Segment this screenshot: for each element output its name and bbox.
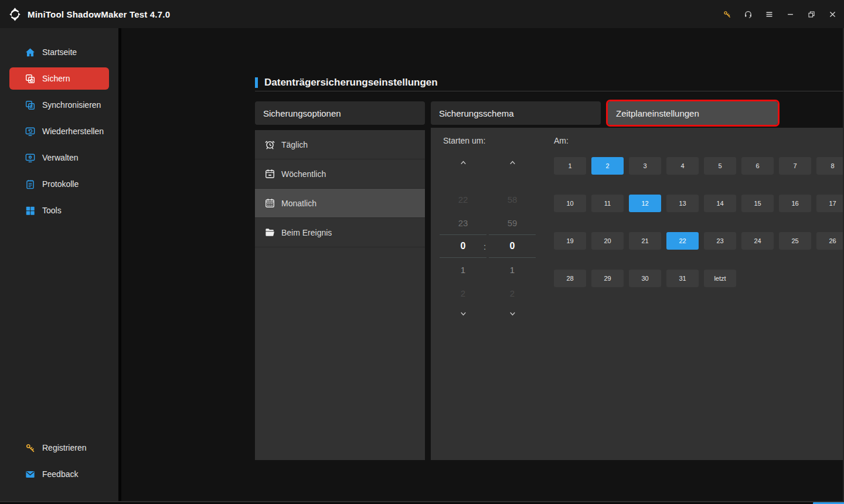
minimize-button[interactable] xyxy=(782,6,798,22)
day-button-26[interactable]: 26 xyxy=(816,232,844,250)
time-separator: : xyxy=(480,234,489,258)
sync-icon xyxy=(25,100,36,111)
app-window: MiniTool ShadowMaker Test 4.7.0 Startsei… xyxy=(0,0,844,504)
schedule-type-taglich[interactable]: Täglich xyxy=(255,130,425,159)
minute-up-button[interactable] xyxy=(508,158,517,168)
hour-value: 1 xyxy=(440,258,486,281)
hour-value: 23 xyxy=(440,211,486,234)
sidebar-item-label: Tools xyxy=(42,206,62,215)
day-button-4[interactable]: 4 xyxy=(666,157,699,175)
day-row: 123456789 xyxy=(554,157,844,175)
close-button[interactable] xyxy=(824,6,840,22)
hour-up-button[interactable] xyxy=(459,158,468,168)
sidebar-item-sichern[interactable]: Sichern xyxy=(9,67,109,90)
chevron-up-icon xyxy=(459,158,468,167)
day-button-31[interactable]: 31 xyxy=(666,270,699,287)
day-row: 101112131415161718 xyxy=(554,195,844,212)
maximize-button[interactable] xyxy=(803,6,819,22)
restore-icon xyxy=(25,126,36,137)
schedule-settings-panel: Starten um: Am: 2223012 5859012 : 123456… xyxy=(431,128,844,460)
day-button-14[interactable]: 14 xyxy=(704,195,736,212)
folder-icon xyxy=(264,227,275,238)
menu-button[interactable] xyxy=(761,6,777,22)
sidebar-item-startseite[interactable]: Startseite xyxy=(9,41,109,63)
sidebar-item-feedback[interactable]: Feedback xyxy=(9,465,109,483)
app-title: MiniTool ShadowMaker Test 4.7.0 xyxy=(28,9,170,19)
day-button-24[interactable]: 24 xyxy=(741,232,774,250)
day-button-21[interactable]: 21 xyxy=(629,232,661,250)
day-button-16[interactable]: 16 xyxy=(779,195,811,212)
sidebar-item-verwalten[interactable]: Verwalten xyxy=(9,147,109,169)
day-button-13[interactable]: 13 xyxy=(666,195,699,212)
calendar-week-icon xyxy=(264,168,275,179)
tab-sicherungsoptionen[interactable]: Sicherungsoptionen xyxy=(255,101,425,125)
day-button-20[interactable]: 20 xyxy=(591,232,624,250)
hour-value: 2 xyxy=(440,281,486,305)
day-button-17[interactable]: 17 xyxy=(816,195,844,212)
day-button-25[interactable]: 25 xyxy=(779,232,811,250)
page-header: Datenträgersicherungseinstellungen xyxy=(255,77,438,88)
key-button[interactable] xyxy=(719,6,735,22)
schedule-type-monatlich[interactable]: Monatlich xyxy=(255,189,425,218)
day-button-22[interactable]: 22 xyxy=(666,232,699,250)
menu-icon xyxy=(765,10,774,19)
sidebar-item-protokolle[interactable]: Protokolle xyxy=(9,173,109,195)
hour-value: 22 xyxy=(440,188,486,211)
sidebar-item-label: Startseite xyxy=(42,47,77,57)
home-icon xyxy=(25,47,36,58)
main-area: Datenträgersicherungseinstellungen Siche… xyxy=(121,28,844,501)
day-button-28[interactable]: 28 xyxy=(554,270,586,287)
day-button-letzt[interactable]: letzt xyxy=(704,270,736,287)
day-button-8[interactable]: 8 xyxy=(816,157,844,175)
minute-value: 59 xyxy=(489,211,536,234)
mail-icon xyxy=(25,469,36,480)
day-button-6[interactable]: 6 xyxy=(741,157,774,175)
minute-value-selected[interactable]: 0 xyxy=(489,234,536,258)
day-button-11[interactable]: 11 xyxy=(591,195,624,212)
minute-down-button[interactable] xyxy=(508,309,517,319)
sidebar-item-registrieren[interactable]: Registrieren xyxy=(9,439,109,457)
header-underline xyxy=(255,91,844,91)
day-button-5[interactable]: 5 xyxy=(704,157,736,175)
day-button-3[interactable]: 3 xyxy=(629,157,661,175)
close-icon xyxy=(828,10,837,19)
minute-value: 58 xyxy=(489,188,536,211)
sidebar-item-label: Registrieren xyxy=(42,443,86,452)
day-button-2[interactable]: 2 xyxy=(591,157,624,175)
schedule-type-wochentlich[interactable]: Wöchentlich xyxy=(255,159,425,189)
start-time-label: Starten um: xyxy=(443,136,485,145)
hour-down-button[interactable] xyxy=(459,309,468,319)
sidebar-item-label: Feedback xyxy=(42,469,78,479)
day-button-7[interactable]: 7 xyxy=(779,157,811,175)
chevron-down-icon xyxy=(508,309,517,318)
headset-button[interactable] xyxy=(740,6,756,22)
schedule-type-beim-ereignis[interactable]: Beim Ereignis xyxy=(255,218,425,247)
schedule-type-label: Beim Ereignis xyxy=(281,228,332,237)
tab-sicherungsschema[interactable]: Sicherungsschema xyxy=(431,101,601,125)
day-picker-label: Am: xyxy=(554,136,569,145)
titlebar: MiniTool ShadowMaker Test 4.7.0 xyxy=(0,0,844,28)
maximize-icon xyxy=(807,10,816,19)
day-button-10[interactable]: 10 xyxy=(554,195,586,212)
day-button-1[interactable]: 1 xyxy=(554,157,586,175)
hour-value-selected[interactable]: 0 xyxy=(440,234,486,258)
sidebar-item-synchronisieren[interactable]: Synchronisieren xyxy=(9,94,109,116)
manage-icon xyxy=(25,152,36,164)
schedule-type-panel: TäglichWöchentlichMonatlichBeim Ereignis xyxy=(255,130,425,460)
day-button-23[interactable]: 23 xyxy=(704,232,736,250)
day-button-19[interactable]: 19 xyxy=(554,232,586,250)
sidebar-item-tools[interactable]: Tools xyxy=(9,199,109,222)
day-button-29[interactable]: 29 xyxy=(591,270,624,287)
app-logo-icon xyxy=(8,7,22,22)
day-button-12[interactable]: 12 xyxy=(629,195,661,212)
tab-zeitplaneinstellungen[interactable]: Zeitplaneinstellungen xyxy=(608,101,778,125)
window-bottom-edge xyxy=(0,501,844,502)
day-button-30[interactable]: 30 xyxy=(629,270,661,287)
schedule-type-label: Wöchentlich xyxy=(281,169,326,179)
sidebar-item-wiederherstellen[interactable]: Wiederherstellen xyxy=(9,120,109,142)
alarm-clock-icon xyxy=(264,139,275,150)
sidebar-footer: RegistrierenFeedback xyxy=(0,439,118,492)
schedule-type-label: Monatlich xyxy=(281,199,316,208)
day-button-15[interactable]: 15 xyxy=(741,195,774,212)
headset-icon xyxy=(744,10,753,19)
